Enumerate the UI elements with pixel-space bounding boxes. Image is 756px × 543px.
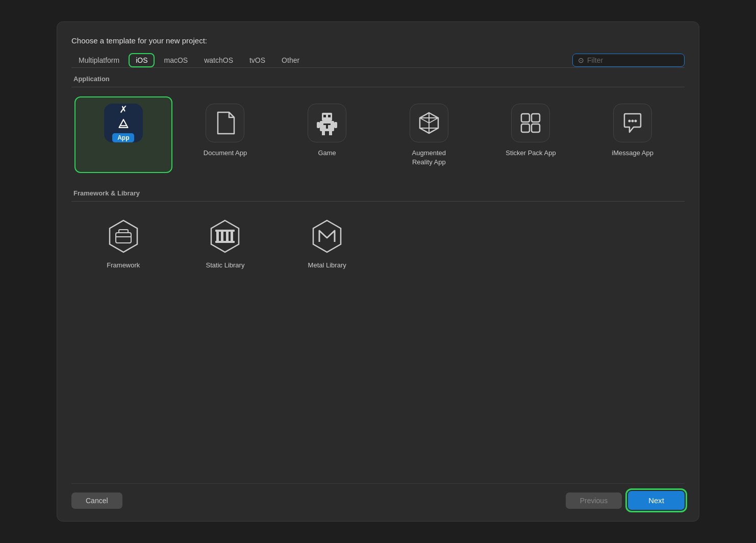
tab-other[interactable]: Other [274, 53, 307, 67]
svg-rect-7 [329, 131, 332, 135]
svg-rect-31 [215, 241, 235, 243]
tab-multiplatform[interactable]: Multiplatform [71, 53, 127, 67]
tabs-bar: Multiplatform iOS macOS watchOS tvOS Oth… [71, 53, 685, 68]
static-lib-hex-wrap [206, 217, 244, 256]
game-icon-bg [308, 104, 346, 142]
cancel-button[interactable]: Cancel [71, 492, 122, 509]
template-app[interactable]: ✗ App [75, 97, 171, 172]
ar-icon-wrap [409, 103, 449, 143]
tab-macos[interactable]: macOS [157, 53, 195, 67]
svg-marker-36 [313, 220, 341, 252]
svg-rect-11 [326, 125, 328, 129]
template-sticker-pack[interactable]: Sticker Pack App [483, 97, 579, 172]
svg-rect-35 [231, 232, 233, 241]
svg-marker-29 [211, 220, 239, 252]
dialog-title: Choose a template for your new project: [71, 36, 685, 45]
platform-tabs: Multiplatform iOS macOS watchOS tvOS Oth… [71, 53, 572, 67]
template-static-library[interactable]: Static Library [178, 212, 273, 275]
filter-wrap: ⊙ [572, 54, 685, 67]
metal-library-hex-icon [309, 218, 345, 254]
svg-rect-22 [532, 124, 540, 132]
section-application-header: Application [71, 68, 685, 87]
svg-rect-27 [116, 233, 131, 243]
game-label: Game [318, 149, 336, 158]
section-application: Application ✗ [71, 68, 685, 182]
previous-button[interactable]: Previous [566, 492, 622, 509]
template-imessage-app[interactable]: iMessage App [585, 97, 681, 172]
app-icon-wrap: ✗ App [103, 103, 144, 143]
filter-icon: ⊙ [578, 56, 584, 64]
metal-library-label: Metal Library [308, 261, 346, 270]
framework-hex-wrap [104, 217, 143, 256]
document-icon [215, 111, 235, 135]
svg-point-25 [635, 120, 637, 122]
framework-label: Framework [107, 261, 140, 270]
svg-line-16 [420, 118, 429, 123]
appstore-a-icon [112, 119, 135, 130]
svg-rect-5 [334, 122, 337, 128]
svg-rect-32 [216, 232, 219, 241]
nav-button-group: Previous Next [566, 491, 685, 510]
ar-cube-icon [417, 111, 441, 135]
game-robot-icon [315, 111, 339, 135]
next-button[interactable]: Next [628, 491, 685, 510]
imessage-bubble-icon [620, 111, 645, 135]
template-metal-library[interactable]: Metal Library [279, 212, 375, 275]
template-game[interactable]: Game [279, 97, 375, 172]
sticker-icon-bg [511, 104, 550, 142]
framework-library-grid: Framework [71, 202, 685, 285]
svg-point-23 [628, 120, 631, 122]
svg-point-24 [632, 120, 634, 122]
appstore-symbol: ✗ [113, 104, 134, 116]
app-label: App [112, 133, 134, 142]
svg-line-17 [429, 118, 438, 123]
sticker-icon-wrap [510, 103, 551, 143]
imessage-app-label: iMessage App [612, 149, 653, 158]
metal-lib-hex-wrap [308, 217, 346, 256]
document-app-label: Document App [204, 149, 247, 158]
svg-rect-20 [532, 114, 540, 122]
template-framework[interactable]: Framework [75, 212, 171, 275]
svg-rect-9 [328, 115, 331, 117]
footer: Cancel Previous Next [71, 483, 685, 510]
filter-input[interactable] [587, 56, 674, 64]
static-library-hex-icon [207, 218, 243, 254]
sticker-grid-icon [518, 111, 543, 135]
template-document-app[interactable]: Document App [178, 97, 273, 172]
svg-rect-21 [521, 124, 530, 132]
svg-rect-34 [226, 232, 229, 241]
svg-rect-33 [221, 232, 223, 241]
content-area: Application ✗ [71, 68, 685, 475]
document-icon-bg [206, 104, 244, 142]
svg-rect-19 [521, 114, 530, 122]
tab-ios[interactable]: iOS [129, 53, 155, 67]
tab-tvos[interactable]: tvOS [242, 53, 272, 67]
imessage-icon-bg [613, 104, 652, 142]
new-project-dialog: Choose a template for your new project: … [57, 21, 699, 522]
svg-rect-6 [322, 131, 325, 135]
static-library-label: Static Library [206, 261, 245, 270]
framework-hex-icon [106, 218, 141, 254]
svg-rect-30 [215, 230, 235, 232]
imessage-icon-wrap [612, 103, 653, 143]
game-icon-wrap [307, 103, 347, 143]
svg-rect-10 [323, 124, 331, 125]
tab-watchos[interactable]: watchOS [197, 53, 240, 67]
sticker-pack-label: Sticker Pack App [506, 149, 556, 158]
ar-icon-bg [410, 104, 448, 142]
section-framework-library-header: Framework & Library [71, 182, 685, 202]
document-icon-wrap [205, 103, 245, 143]
svg-rect-8 [323, 115, 326, 117]
app-icon-bg: ✗ App [104, 104, 143, 142]
application-grid: ✗ App [71, 87, 685, 182]
template-ar-app[interactable]: AugmentedReality App [381, 97, 477, 172]
ar-app-label: AugmentedReality App [412, 149, 446, 167]
svg-rect-4 [317, 122, 320, 128]
section-framework-library: Framework & Library Framework [71, 182, 685, 285]
